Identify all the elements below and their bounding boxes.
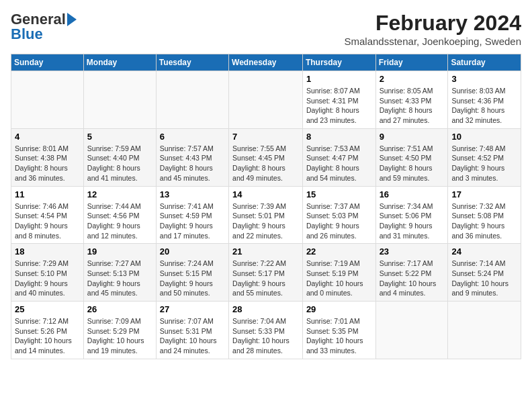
calendar-cell: 11Sunrise: 7:46 AM Sunset: 4:54 PM Dayli… [11,186,84,244]
title-block: February 2024 Smalandsstenar, Joenkoepin… [344,11,521,47]
calendar-cell [11,71,84,129]
weekday-header: Thursday [302,54,375,71]
calendar-cell: 26Sunrise: 7:09 AM Sunset: 5:29 PM Dayli… [83,302,156,359]
calendar-cell: 5Sunrise: 7:59 AM Sunset: 4:40 PM Daylig… [83,128,156,186]
day-number: 7 [232,132,299,142]
calendar-cell [375,302,448,359]
calendar-cell: 29Sunrise: 7:01 AM Sunset: 5:35 PM Dayli… [302,302,375,359]
calendar-cell: 9Sunrise: 7:51 AM Sunset: 4:50 PM Daylig… [375,128,448,186]
day-number: 17 [451,189,517,199]
day-number: 21 [232,246,299,257]
calendar-cell [156,71,228,129]
calendar-cell: 24Sunrise: 7:14 AM Sunset: 5:24 PM Dayli… [448,244,521,302]
day-number: 2 [380,74,445,84]
day-info: Sunrise: 7:37 AM Sunset: 5:03 PM Dayligh… [306,201,372,241]
calendar-cell [229,71,303,129]
logo-blue: Blue [11,26,43,43]
calendar-cell: 1Sunrise: 8:07 AM Sunset: 4:31 PM Daylig… [302,71,375,129]
day-info: Sunrise: 7:27 AM Sunset: 5:13 PM Dayligh… [87,259,152,298]
day-number: 12 [87,189,152,199]
calendar-title: February 2024 [344,11,521,36]
day-info: Sunrise: 7:34 AM Sunset: 5:06 PM Dayligh… [380,201,445,241]
day-number: 1 [306,74,372,84]
day-info: Sunrise: 8:01 AM Sunset: 4:38 PM Dayligh… [15,144,80,183]
calendar-cell: 13Sunrise: 7:41 AM Sunset: 4:59 PM Dayli… [156,186,228,244]
weekday-header: Saturday [448,54,521,71]
calendar-week-row: 11Sunrise: 7:46 AM Sunset: 4:54 PM Dayli… [11,186,521,244]
calendar-cell: 2Sunrise: 8:05 AM Sunset: 4:33 PM Daylig… [375,71,448,129]
day-info: Sunrise: 7:24 AM Sunset: 5:15 PM Dayligh… [160,259,225,298]
day-info: Sunrise: 7:32 AM Sunset: 5:08 PM Dayligh… [451,201,517,241]
calendar-cell: 23Sunrise: 7:17 AM Sunset: 5:22 PM Dayli… [375,244,448,302]
calendar-cell: 19Sunrise: 7:27 AM Sunset: 5:13 PM Dayli… [83,244,156,302]
day-info: Sunrise: 7:19 AM Sunset: 5:19 PM Dayligh… [306,259,372,298]
day-info: Sunrise: 7:07 AM Sunset: 5:31 PM Dayligh… [160,316,225,356]
calendar-cell: 3Sunrise: 8:03 AM Sunset: 4:36 PM Daylig… [448,71,521,129]
calendar-cell: 16Sunrise: 7:34 AM Sunset: 5:06 PM Dayli… [375,186,448,244]
day-number: 25 [15,304,80,314]
day-info: Sunrise: 7:55 AM Sunset: 4:45 PM Dayligh… [232,144,299,183]
day-number: 5 [87,132,152,142]
page-header: General Blue February 2024 Smalandsstena… [11,11,521,47]
calendar-cell: 27Sunrise: 7:07 AM Sunset: 5:31 PM Dayli… [156,302,228,359]
day-info: Sunrise: 7:59 AM Sunset: 4:40 PM Dayligh… [87,144,152,183]
calendar-cell: 18Sunrise: 7:29 AM Sunset: 5:10 PM Dayli… [11,244,84,302]
day-number: 26 [87,304,152,314]
day-info: Sunrise: 7:44 AM Sunset: 4:56 PM Dayligh… [87,201,152,241]
day-info: Sunrise: 8:07 AM Sunset: 4:31 PM Dayligh… [306,86,372,126]
day-info: Sunrise: 7:51 AM Sunset: 4:50 PM Dayligh… [380,144,445,183]
calendar-table: SundayMondayTuesdayWednesdayThursdayFrid… [11,54,521,359]
calendar-cell: 7Sunrise: 7:55 AM Sunset: 4:45 PM Daylig… [229,128,303,186]
calendar-week-row: 4Sunrise: 8:01 AM Sunset: 4:38 PM Daylig… [11,128,521,186]
calendar-cell: 14Sunrise: 7:39 AM Sunset: 5:01 PM Dayli… [229,186,303,244]
day-info: Sunrise: 7:57 AM Sunset: 4:43 PM Dayligh… [160,144,225,183]
day-number: 13 [160,189,225,199]
calendar-cell: 22Sunrise: 7:19 AM Sunset: 5:19 PM Dayli… [302,244,375,302]
day-info: Sunrise: 7:41 AM Sunset: 4:59 PM Dayligh… [160,201,225,241]
calendar-cell: 25Sunrise: 7:12 AM Sunset: 5:26 PM Dayli… [11,302,84,359]
day-info: Sunrise: 7:48 AM Sunset: 4:52 PM Dayligh… [451,144,517,183]
day-info: Sunrise: 7:46 AM Sunset: 4:54 PM Dayligh… [15,201,80,241]
calendar-week-row: 25Sunrise: 7:12 AM Sunset: 5:26 PM Dayli… [11,302,521,359]
logo-arrow-icon [67,13,77,26]
day-number: 22 [306,246,372,257]
day-number: 29 [306,304,372,314]
weekday-header: Sunday [11,54,84,71]
calendar-week-row: 1Sunrise: 8:07 AM Sunset: 4:31 PM Daylig… [11,71,521,129]
day-number: 16 [380,189,445,199]
day-number: 6 [160,132,225,142]
day-info: Sunrise: 7:14 AM Sunset: 5:24 PM Dayligh… [451,259,517,298]
calendar-cell: 28Sunrise: 7:04 AM Sunset: 5:33 PM Dayli… [229,302,303,359]
day-number: 27 [160,304,225,314]
day-info: Sunrise: 8:05 AM Sunset: 4:33 PM Dayligh… [380,86,445,126]
calendar-cell: 8Sunrise: 7:53 AM Sunset: 4:47 PM Daylig… [302,128,375,186]
calendar-cell: 20Sunrise: 7:24 AM Sunset: 5:15 PM Dayli… [156,244,228,302]
day-number: 28 [232,304,299,314]
day-number: 10 [451,132,517,142]
calendar-cell: 12Sunrise: 7:44 AM Sunset: 4:56 PM Dayli… [83,186,156,244]
day-number: 11 [15,189,80,199]
calendar-cell: 6Sunrise: 7:57 AM Sunset: 4:43 PM Daylig… [156,128,228,186]
calendar-cell: 17Sunrise: 7:32 AM Sunset: 5:08 PM Dayli… [448,186,521,244]
day-info: Sunrise: 7:01 AM Sunset: 5:35 PM Dayligh… [306,316,372,356]
weekday-header: Tuesday [156,54,228,71]
calendar-cell: 21Sunrise: 7:22 AM Sunset: 5:17 PM Dayli… [229,244,303,302]
day-info: Sunrise: 7:53 AM Sunset: 4:47 PM Dayligh… [306,144,372,183]
day-info: Sunrise: 8:03 AM Sunset: 4:36 PM Dayligh… [451,86,517,126]
day-number: 20 [160,246,225,257]
calendar-cell [83,71,156,129]
calendar-cell [448,302,521,359]
calendar-cell: 15Sunrise: 7:37 AM Sunset: 5:03 PM Dayli… [302,186,375,244]
weekday-header: Friday [375,54,448,71]
day-number: 24 [451,246,517,257]
day-info: Sunrise: 7:29 AM Sunset: 5:10 PM Dayligh… [15,259,80,298]
day-number: 9 [380,132,445,142]
weekday-header-row: SundayMondayTuesdayWednesdayThursdayFrid… [11,54,521,71]
calendar-cell: 4Sunrise: 8:01 AM Sunset: 4:38 PM Daylig… [11,128,84,186]
day-info: Sunrise: 7:22 AM Sunset: 5:17 PM Dayligh… [232,259,299,298]
calendar-cell: 10Sunrise: 7:48 AM Sunset: 4:52 PM Dayli… [448,128,521,186]
day-number: 18 [15,246,80,257]
calendar-subtitle: Smalandsstenar, Joenkoeping, Sweden [344,36,521,47]
logo: General Blue [11,11,77,43]
day-info: Sunrise: 7:17 AM Sunset: 5:22 PM Dayligh… [380,259,445,298]
